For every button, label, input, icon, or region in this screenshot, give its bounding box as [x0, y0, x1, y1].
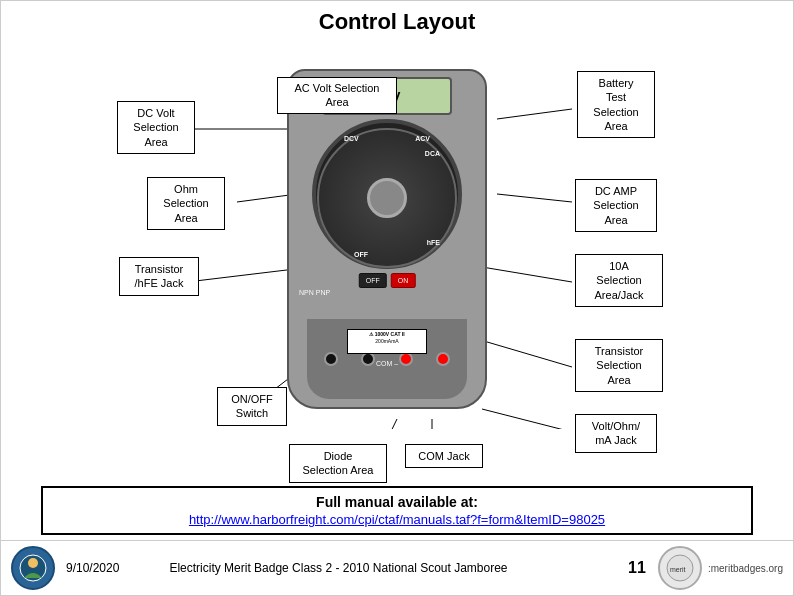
dial-markings: DCV ACV DCA hFE OFF: [317, 128, 457, 268]
diode-label: Diode Selection Area: [289, 444, 387, 483]
slide-container: Control Layout: [0, 0, 794, 596]
diagram-area: 1.5V DCV ACV DCA hFE OFF OFF O: [17, 39, 777, 429]
dial-ring: DCV ACV DCA hFE OFF: [312, 119, 462, 269]
dial-hfe: hFE: [427, 239, 440, 246]
onoff-label: ON/OFF Switch: [217, 387, 287, 426]
right-logo: merit: [658, 546, 702, 590]
svg-line-9: [482, 409, 572, 429]
bottom-right: 11 merit :meritbadges.org: [622, 546, 783, 590]
transistor-hfe-label: Transistor /hFE Jack: [119, 257, 199, 296]
svg-line-3: [497, 109, 572, 119]
dc-amp-label: DC AMP Selection Area: [575, 179, 657, 232]
svg-text:merit: merit: [670, 566, 686, 573]
merit-badges-text: :meritbadges.org: [708, 563, 783, 574]
bottom-center: 9/10/2020 Electricity Merit Badge Class …: [55, 561, 622, 575]
jack-1: [324, 352, 338, 366]
com-label-meter: COM –: [376, 360, 398, 367]
ac-volt-label: AC Volt Selection Area: [277, 77, 397, 114]
left-logo: [11, 546, 55, 590]
onoff-button-area: OFF ON: [359, 273, 416, 288]
warning-detail: 200mAmA: [349, 338, 425, 345]
ten-a-label: 10A Selection Area/Jack: [575, 254, 663, 307]
bottom-center-text: Electricity Merit Badge Class 2 - 2010 N…: [169, 561, 507, 575]
battery-test-label: Battery Test Selection Area: [577, 71, 655, 138]
transistor-sel-label: Transistor Selection Area: [575, 339, 663, 392]
com-jack-label: COM Jack: [405, 444, 483, 468]
footer-title: Full manual available at:: [53, 494, 741, 510]
svg-line-5: [187, 269, 295, 282]
bottom-date: 9/10/2020: [66, 561, 136, 575]
on-button[interactable]: ON: [391, 273, 416, 288]
jack-2: [361, 352, 375, 366]
page-number: 11: [622, 559, 652, 577]
svg-line-4: [497, 194, 572, 202]
jack-4: [436, 352, 450, 366]
right-logo-icon: merit: [665, 553, 695, 583]
dial-dcv: DCV: [344, 135, 359, 142]
bottom-bar: 9/10/2020 Electricity Merit Badge Class …: [1, 540, 793, 595]
footer-url[interactable]: http://www.harborfreight.com/cpi/ctaf/ma…: [53, 512, 741, 527]
volt-ohm-label: Volt/Ohm/ mA Jack: [575, 414, 657, 453]
svg-line-10: [380, 419, 397, 429]
svg-point-13: [28, 558, 38, 568]
ohm-label: Ohm Selection Area: [147, 177, 225, 230]
svg-line-7: [477, 339, 572, 367]
jack-3: [399, 352, 413, 366]
bottom-left: [11, 546, 55, 590]
dc-volt-label: DC Volt Selection Area: [117, 101, 195, 154]
footer-box: Full manual available at: http://www.har…: [41, 486, 753, 535]
multimeter-image: 1.5V DCV ACV DCA hFE OFF OFF O: [287, 69, 487, 409]
dial-dca: DCA: [425, 150, 440, 157]
npn-pnp: NPN PNP: [299, 289, 330, 296]
dial-off: OFF: [354, 251, 368, 258]
off-button[interactable]: OFF: [359, 273, 387, 288]
slide-title: Control Layout: [1, 1, 793, 39]
left-logo-icon: [18, 553, 48, 583]
warning-sticker: ⚠ 1000V CAT II 200mAmA: [347, 329, 427, 354]
dial-knob: [367, 178, 407, 218]
svg-line-6: [482, 267, 572, 282]
dial-acv: ACV: [415, 135, 430, 142]
